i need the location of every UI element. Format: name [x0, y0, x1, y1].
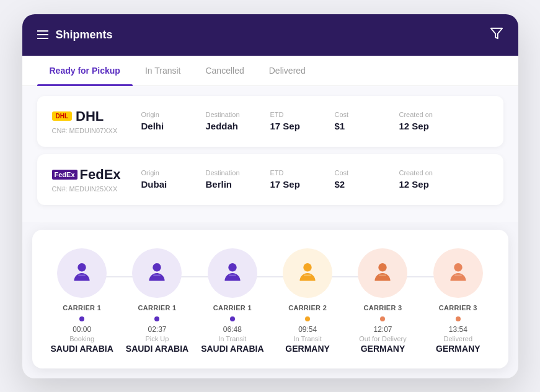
dhl-badge: DHL	[52, 111, 73, 121]
svg-marker-0	[490, 28, 502, 38]
carrier-info-fedex: FedEx FedEx CN#: MEDUIN25XXX	[52, 167, 126, 193]
svg-rect-6	[229, 274, 236, 276]
timeline-status-4: Out for Delivery	[359, 335, 406, 342]
carrier-avatar-0	[57, 248, 107, 298]
created-label-dhl: Created on	[399, 111, 449, 118]
cost-label-dhl: Cost	[335, 111, 384, 118]
shipment-card-dhl[interactable]: DHL DHL CN#: MEDUIN07XXX Origin Delhi De…	[37, 96, 503, 147]
svg-point-7	[303, 263, 311, 271]
carrier-avatar-2	[208, 248, 257, 298]
timeline-dot-2	[230, 316, 235, 321]
carrier-cn-dhl: CN#: MEDUIN07XXX	[52, 127, 126, 134]
svg-rect-8	[304, 274, 311, 276]
timeline-step-5: Carrier 3 13:54 Delivered GERMANY	[420, 248, 495, 354]
destination-label-dhl: Destination	[206, 111, 255, 118]
origin-field-dhl: Origin Delhi	[141, 111, 191, 131]
timeline-dot-1	[154, 316, 159, 321]
timeline-step-1: CARRIER 1 02:37 Pick Up SAUDI ARABIA	[120, 248, 195, 354]
cost-label-fedex: Cost	[335, 169, 384, 176]
header: Shipments	[22, 14, 518, 56]
timeline-location-0: SAUDI ARABIA	[50, 344, 113, 354]
dhl-logo: DHL DHL	[52, 108, 126, 124]
origin-value-fedex: Dubai	[141, 179, 191, 189]
created-field-dhl: Created on 12 Sep	[399, 111, 449, 131]
etd-field-dhl: ETD 17 Sep	[270, 111, 320, 131]
shipments-list: DHL DHL CN#: MEDUIN07XXX Origin Delhi De…	[22, 86, 518, 222]
cost-value-fedex: $2	[335, 179, 384, 189]
timeline-dot-0	[79, 316, 84, 321]
destination-field-dhl: Destination Jeddah	[206, 111, 255, 131]
timeline-status-2: In Transit	[218, 335, 246, 342]
svg-point-1	[77, 263, 86, 271]
created-value-dhl: 12 Sep	[399, 121, 449, 131]
timeline-location-2: SAUDI ARABIA	[201, 344, 263, 354]
created-value-fedex: 12 Sep	[399, 179, 449, 189]
svg-rect-4	[154, 274, 161, 276]
destination-label-fedex: Destination	[206, 169, 255, 176]
timeline-time-2: 06:48	[223, 325, 242, 334]
timeline-time-4: 12:07	[373, 325, 392, 334]
created-field-fedex: Created on 12 Sep	[399, 169, 449, 189]
etd-field-fedex: ETD 17 Sep	[270, 169, 320, 189]
carrier-info-dhl: DHL DHL CN#: MEDUIN07XXX	[52, 108, 126, 134]
destination-field-fedex: Destination Berlin	[206, 169, 255, 189]
destination-value-dhl: Jeddah	[206, 121, 255, 131]
header-left: Shipments	[37, 28, 113, 41]
carrier-label-1: CARRIER 1	[138, 304, 176, 311]
carrier-name-fedex: FedEx	[80, 167, 121, 183]
svg-rect-10	[379, 274, 387, 276]
fedex-logo: FedEx FedEx	[52, 167, 126, 183]
timeline-location-1: SAUDI ARABIA	[126, 344, 188, 354]
carrier-label-3: CARRIER 2	[288, 304, 327, 311]
timeline-location-5: GERMANY	[436, 344, 480, 354]
main-content: Ready for Pickup In Transit Cancelled De…	[22, 56, 518, 222]
tab-delivered[interactable]: Delivered	[257, 56, 318, 85]
shipment-card-fedex[interactable]: FedEx FedEx CN#: MEDUIN25XXX Origin Duba…	[37, 154, 503, 205]
cost-field-dhl: Cost $1	[335, 111, 384, 131]
timeline-step-2: CARRIER 1 06:48 In Transit SAUDI ARABIA	[195, 248, 270, 354]
cost-value-dhl: $1	[335, 121, 384, 131]
timeline-dot-5	[456, 316, 461, 321]
origin-label-dhl: Origin	[141, 111, 191, 118]
timeline-status-3: In Transit	[294, 335, 322, 342]
svg-point-5	[228, 263, 236, 271]
tab-in-transit[interactable]: In Transit	[133, 56, 193, 85]
svg-point-9	[379, 263, 387, 271]
svg-rect-2	[78, 274, 86, 276]
timeline-step-4: CARRIER 3 12:07 Out for Delivery GERMANY	[345, 248, 420, 354]
timeline-time-3: 09:54	[298, 325, 317, 334]
filter-icon[interactable]	[490, 27, 503, 43]
etd-label-dhl: ETD	[270, 111, 320, 118]
timeline-time-5: 13:54	[449, 325, 467, 334]
destination-value-fedex: Berlin	[206, 179, 255, 189]
carrier-avatar-5	[433, 248, 483, 298]
etd-label-fedex: ETD	[270, 169, 320, 176]
tab-cancelled[interactable]: Cancelled	[193, 56, 256, 85]
timeline-time-0: 00:00	[73, 325, 91, 334]
timeline-step-3: CARRIER 2 09:54 In Transit GERMANY	[270, 248, 345, 354]
page-title: Shipments	[56, 28, 113, 41]
timeline-dot-4	[380, 316, 385, 321]
etd-value-fedex: 17 Sep	[270, 179, 320, 189]
tab-ready-for-pickup[interactable]: Ready for Pickup	[37, 56, 133, 85]
etd-value-dhl: 17 Sep	[270, 121, 320, 131]
timeline: CARRIER 1 00:00 Booking SAUDI ARABIA CAR…	[45, 248, 496, 354]
svg-rect-12	[454, 274, 462, 276]
origin-field-fedex: Origin Dubai	[141, 169, 191, 189]
tracking-section: CARRIER 1 00:00 Booking SAUDI ARABIA CAR…	[32, 230, 508, 368]
timeline-step-0: CARRIER 1 00:00 Booking SAUDI ARABIA	[45, 248, 120, 354]
origin-value-dhl: Delhi	[141, 121, 191, 131]
origin-label-fedex: Origin	[141, 169, 191, 176]
timeline-location-4: GERMANY	[361, 344, 405, 354]
svg-point-11	[454, 263, 462, 271]
carrier-label-0: CARRIER 1	[63, 304, 101, 311]
carrier-label-5: Carrier 3	[439, 304, 477, 311]
app-screen: Shipments Ready for Pickup In Transit Ca…	[22, 14, 518, 378]
timeline-status-0: Booking	[69, 335, 94, 342]
timeline-location-3: GERMANY	[285, 344, 330, 354]
timeline-status-5: Delivered	[444, 335, 472, 342]
cost-field-fedex: Cost $2	[335, 169, 384, 189]
timeline-time-1: 02:37	[148, 325, 166, 334]
fedex-badge: FedEx	[52, 170, 77, 180]
menu-icon[interactable]	[37, 30, 48, 39]
